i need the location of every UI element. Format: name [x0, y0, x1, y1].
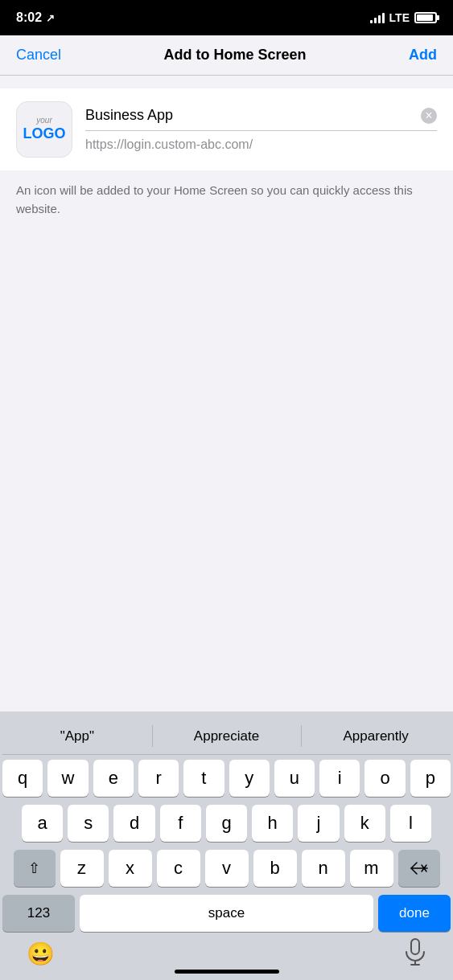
- cancel-button[interactable]: Cancel: [16, 47, 61, 64]
- lte-label: LTE: [389, 11, 410, 24]
- key-h[interactable]: h: [252, 805, 293, 842]
- key-u[interactable]: u: [274, 760, 315, 797]
- key-l[interactable]: l: [390, 805, 431, 842]
- key-b[interactable]: b: [253, 850, 297, 887]
- key-c[interactable]: c: [157, 850, 200, 887]
- key-s[interactable]: s: [68, 805, 109, 842]
- svg-rect-3: [411, 939, 419, 954]
- status-time: 8:02 ↗: [16, 10, 55, 25]
- key-m[interactable]: m: [350, 850, 393, 887]
- backspace-key[interactable]: [398, 850, 440, 887]
- key-k[interactable]: k: [344, 805, 385, 842]
- app-icon-row: your LOGO https://login.custom-abc.com/: [16, 101, 437, 158]
- mic-icon[interactable]: [404, 938, 426, 969]
- keyboard-row-2: a s d f g h j k l: [2, 805, 451, 842]
- keyboard-row-3: ⇧ z x c v b n m: [2, 850, 451, 887]
- key-a[interactable]: a: [22, 805, 63, 842]
- key-t[interactable]: t: [183, 760, 224, 797]
- add-button[interactable]: Add: [409, 47, 437, 64]
- autocomplete-appreciate[interactable]: Appreciate: [152, 718, 302, 754]
- key-x[interactable]: x: [109, 850, 152, 887]
- logo-main-text: LOGO: [23, 125, 66, 143]
- autocomplete-app[interactable]: "App": [2, 718, 152, 754]
- key-f[interactable]: f: [160, 805, 201, 842]
- app-icon-section: your LOGO https://login.custom-abc.com/: [0, 88, 453, 170]
- time-display: 8:02: [16, 10, 42, 25]
- dialog-header: Cancel Add to Home Screen Add: [0, 35, 453, 76]
- key-e[interactable]: e: [93, 760, 134, 797]
- key-i[interactable]: i: [319, 760, 360, 797]
- shift-key[interactable]: ⇧: [14, 850, 56, 887]
- spacer: [0, 229, 453, 711]
- key-o[interactable]: o: [364, 760, 405, 797]
- key-r[interactable]: r: [138, 760, 179, 797]
- logo-your-text: your: [36, 116, 51, 125]
- keyboard-row-1: q w e r t y u i o p: [2, 760, 451, 797]
- key-d[interactable]: d: [113, 805, 154, 842]
- app-name-input[interactable]: [85, 107, 421, 124]
- key-z[interactable]: z: [60, 850, 104, 887]
- key-p[interactable]: p: [410, 760, 451, 797]
- key-n[interactable]: n: [302, 850, 345, 887]
- main-content: Cancel Add to Home Screen Add your LOGO …: [0, 35, 453, 980]
- input-section: https://login.custom-abc.com/: [85, 107, 437, 152]
- status-right: LTE: [370, 11, 437, 24]
- keyboard[interactable]: "App" Appreciate Apparently q w e r t y …: [0, 711, 453, 980]
- app-name-input-row: [85, 107, 437, 131]
- description-section: An icon will be added to your Home Scree…: [0, 170, 453, 229]
- autocomplete-apparently[interactable]: Apparently: [301, 718, 451, 754]
- signal-icon: [370, 12, 385, 23]
- key-y[interactable]: y: [229, 760, 270, 797]
- key-v[interactable]: v: [205, 850, 249, 887]
- description-text: An icon will be added to your Home Scree…: [16, 183, 413, 215]
- done-key[interactable]: done: [378, 895, 451, 932]
- app-url-text: https://login.custom-abc.com/: [85, 137, 437, 152]
- key-j[interactable]: j: [298, 805, 339, 842]
- clear-icon[interactable]: [421, 108, 437, 124]
- battery-icon: [414, 12, 437, 23]
- numbers-key[interactable]: 123: [2, 895, 75, 932]
- keyboard-row-4: 123 space done: [2, 895, 451, 932]
- emoji-icon[interactable]: 😀: [27, 941, 55, 967]
- key-q[interactable]: q: [2, 760, 43, 797]
- status-bar: 8:02 ↗ LTE: [0, 0, 453, 35]
- key-g[interactable]: g: [206, 805, 247, 842]
- dialog-title: Add to Home Screen: [164, 47, 307, 64]
- app-logo: your LOGO: [16, 101, 72, 158]
- home-indicator: [175, 970, 279, 974]
- key-w[interactable]: w: [47, 760, 88, 797]
- autocomplete-bar: "App" Appreciate Apparently: [2, 718, 451, 755]
- space-key[interactable]: space: [80, 895, 373, 932]
